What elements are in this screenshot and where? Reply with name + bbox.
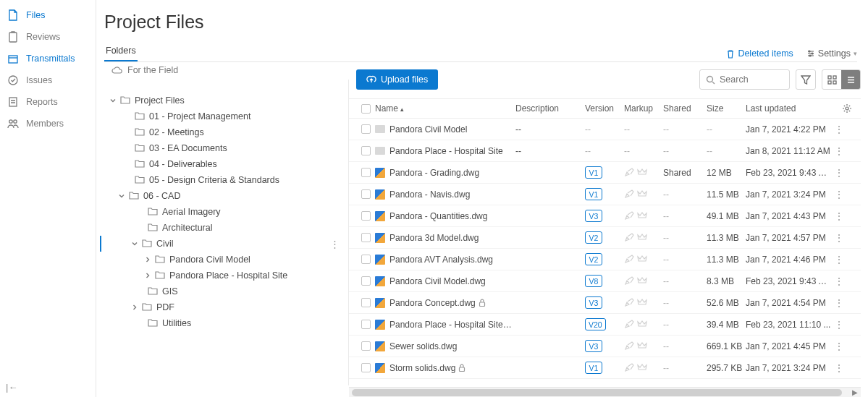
collapse-nav-button[interactable]: |← [6,382,17,393]
settings-link[interactable]: Settings ▾ [806,48,857,59]
row-checkbox[interactable] [356,189,375,199]
markup-icon[interactable] [624,363,634,372]
row-checkbox[interactable] [356,320,375,329]
table-row[interactable]: Pandora Place - Hospital Site -- -- -- -… [349,140,861,162]
col-version[interactable]: Version [585,103,624,114]
row-menu-button[interactable]: ⋮ [831,146,847,156]
file-name-cell[interactable]: Pandora Civil Model.dwg [375,276,515,286]
issue-icon[interactable] [637,211,647,221]
version-badge[interactable]: V3 [585,296,602,309]
file-name-cell[interactable]: Pandora Concept.dwg [375,298,515,308]
table-row[interactable]: Sewer solids.dwg V3 -- 669.1 KB Jan 7, 2… [349,336,861,357]
issue-icon[interactable] [637,298,647,307]
row-menu-button[interactable]: ⋮ [831,298,847,308]
row-checkbox[interactable] [356,255,375,264]
row-checkbox[interactable] [356,211,375,221]
row-menu-button[interactable]: ⋮ [831,320,847,330]
row-checkbox[interactable] [356,168,375,177]
search-input[interactable] [720,74,778,85]
upload-button[interactable]: Upload files [356,69,438,90]
version-badge[interactable]: V1 [585,362,602,374]
row-checkbox[interactable] [356,341,375,351]
tree-item[interactable]: 05 - Design Criteria & Standards [101,172,348,188]
deleted-items-link[interactable]: Deleted items [726,48,793,59]
file-name-cell[interactable]: Pandora Place - Hospital Site.dwg [375,320,515,330]
nav-transmittals[interactable]: Transmittals [0,48,96,69]
version-badge[interactable]: V3 [585,210,602,222]
table-row[interactable]: Pandora 3d Model.dwg V2 -- 11.3 MB Jan 7… [349,227,861,249]
chevron-right-icon[interactable] [130,303,139,312]
col-size[interactable]: Size [707,103,746,114]
version-badge[interactable]: V1 [585,188,602,200]
markup-icon[interactable] [624,341,634,351]
chevron-right-icon[interactable] [143,271,152,280]
chevron-down-icon[interactable] [117,192,126,200]
markup-icon[interactable] [624,189,634,199]
file-name-cell[interactable]: Pandora 3d Model.dwg [375,233,515,243]
nav-files[interactable]: Files [0,4,96,26]
issue-icon[interactable] [637,363,647,372]
tree-item[interactable]: 03 - EA Documents [101,140,348,156]
file-name-cell[interactable]: Pandora AVT Analysis.dwg [375,255,515,265]
tree-item[interactable]: Project Files [101,93,348,108]
tree-item[interactable]: Pandora Place - Hospital Site [101,268,348,283]
nav-issues[interactable]: Issues [0,69,96,91]
file-name-cell[interactable]: Pandora - Quantities.dwg [375,211,515,221]
version-badge[interactable]: V2 [585,253,602,265]
issue-icon[interactable] [637,233,647,242]
file-name-cell[interactable]: Storm solids.dwg [375,363,515,373]
row-menu-button[interactable]: ⋮ [831,233,847,243]
version-badge[interactable]: V3 [585,340,602,352]
select-all-checkbox[interactable] [356,104,375,114]
grid-view-button[interactable] [822,70,841,89]
col-name[interactable]: Name▴ [375,103,515,114]
row-checkbox[interactable] [356,233,375,242]
row-menu-button[interactable]: ⋮ [831,124,847,135]
row-menu-button[interactable]: ⋮ [831,211,847,221]
row-menu-button[interactable]: ⋮ [831,341,847,351]
row-menu-button[interactable]: ⋮ [831,255,847,265]
issue-icon[interactable] [637,255,647,264]
nav-reviews[interactable]: Reviews [0,26,96,48]
table-row[interactable]: Pandora Concept.dwg V3 -- 52.6 MB Jan 7,… [349,292,861,314]
table-row[interactable]: Pandora Place - Hospital Site.dwg V20 --… [349,314,861,336]
row-menu-button[interactable]: ⋮ [831,168,847,178]
breadcrumb-label[interactable]: For the Field [127,65,178,75]
table-row[interactable]: Pandora - Quantities.dwg V3 -- 49.1 MB J… [349,205,861,227]
chevron-right-icon[interactable] [143,255,152,264]
issue-icon[interactable] [637,341,647,351]
file-name-cell[interactable]: Pandora Civil Model [375,124,515,135]
tree-item[interactable]: Architectural [101,220,348,236]
issue-icon[interactable] [637,189,647,199]
table-row[interactable]: Pandora - Grading.dwg V1 Shared 12 MB Fe… [349,162,861,184]
tree-item[interactable]: PDF [101,299,348,315]
row-menu-button[interactable]: ⋮ [831,363,847,373]
version-badge[interactable]: V1 [585,166,602,179]
row-checkbox[interactable] [356,363,375,372]
markup-icon[interactable] [624,320,634,329]
table-row[interactable]: Pandora Civil Model -- -- -- -- -- Jan 7… [349,119,861,140]
table-row[interactable]: Pandora - Navis.dwg V1 -- 11.5 MB Jan 7,… [349,184,861,205]
table-settings-button[interactable] [842,103,852,114]
horizontal-scrollbar[interactable]: ▶ [349,387,861,397]
nav-members[interactable]: Members [0,113,96,135]
search-input-wrap[interactable] [699,69,790,90]
issue-icon[interactable] [637,168,647,177]
tab-folders[interactable]: Folders [104,46,138,61]
markup-icon[interactable] [624,211,634,221]
col-description[interactable]: Description [515,103,585,114]
row-checkbox[interactable] [356,124,375,134]
version-badge[interactable]: V2 [585,231,602,244]
tree-item[interactable]: GIS [101,283,348,299]
version-badge[interactable]: V8 [585,275,602,287]
markup-icon[interactable] [624,298,634,307]
tree-item[interactable]: 04 - Deliverables [101,156,348,172]
markup-icon[interactable] [624,276,634,286]
markup-icon[interactable] [624,255,634,264]
chevron-down-icon[interactable] [109,96,117,105]
tree-item[interactable]: Utilities [101,315,348,331]
tree-item[interactable]: 01 - Project Management [101,108,348,124]
file-name-cell[interactable]: Pandora Place - Hospital Site [375,146,515,156]
nav-reports[interactable]: Reports [0,91,96,113]
col-shared[interactable]: Shared [663,103,707,114]
